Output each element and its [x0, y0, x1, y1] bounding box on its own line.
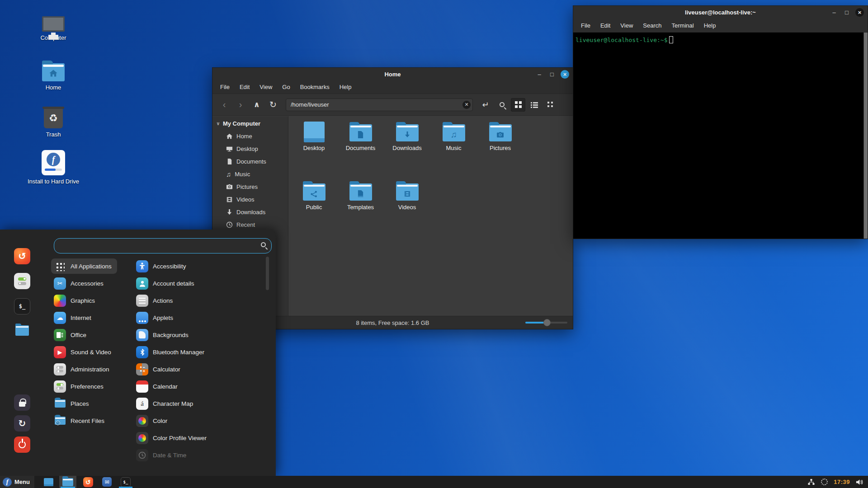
- terminal-menu-view[interactable]: View: [616, 20, 637, 31]
- app-color-profile-viewer[interactable]: Color Profile Viewer: [133, 430, 212, 446]
- category-accessories[interactable]: ✂ Accessories: [51, 276, 109, 291]
- terminal-titlebar[interactable]: liveuser@localhost-live:~ – □ ×: [573, 6, 868, 19]
- up-icon[interactable]: ∧: [250, 98, 264, 112]
- sidebar-item-music[interactable]: ♫ Music: [212, 168, 288, 180]
- minimize-button[interactable]: –: [830, 8, 838, 16]
- volume-speaker-icon[interactable]: [856, 479, 863, 486]
- app-applets[interactable]: Applets: [133, 310, 179, 325]
- compact-view-icon[interactable]: [543, 98, 558, 112]
- maximize-button[interactable]: □: [843, 8, 851, 16]
- category-sound-video[interactable]: ▶ Sound & Video: [51, 344, 117, 360]
- task-terminal[interactable]: $_: [118, 476, 134, 488]
- sidebar-item-documents[interactable]: Documents: [212, 155, 288, 168]
- fm-titlebar[interactable]: Home – □ ×: [212, 68, 573, 80]
- app-calculator[interactable]: Calculator: [133, 361, 186, 377]
- lock-screen-button[interactable]: [14, 394, 30, 411]
- desktop-icon-home[interactable]: Home: [26, 63, 80, 91]
- grid-view-icon[interactable]: [511, 98, 525, 112]
- close-button[interactable]: ×: [855, 8, 864, 17]
- terminal-menu-file[interactable]: File: [577, 20, 594, 31]
- fm-menu-edit[interactable]: Edit: [236, 82, 254, 92]
- fm-menu-bookmarks[interactable]: Bookmarks: [296, 82, 334, 92]
- icon-size-slider[interactable]: [525, 322, 567, 324]
- sidebar-group-my-computer[interactable]: ∨ My Computer: [212, 118, 288, 130]
- category-preferences[interactable]: Preferences: [51, 379, 109, 394]
- favorite-firefox[interactable]: ↺: [14, 248, 30, 264]
- jump-icon[interactable]: ↵: [478, 98, 493, 112]
- terminal-menubar: File Edit View Search Terminal Help: [573, 19, 868, 33]
- forward-icon[interactable]: ›: [233, 98, 248, 112]
- desktop-icon-trash[interactable]: ♻ Trash: [26, 108, 80, 138]
- taskbar-clock[interactable]: 17:39: [834, 479, 850, 485]
- category-office[interactable]: Office: [51, 327, 92, 343]
- search-input[interactable]: [54, 239, 271, 253]
- launcher-firefox[interactable]: ↺: [80, 476, 96, 488]
- folder-templates[interactable]: Templates: [337, 179, 384, 211]
- fm-menu-help[interactable]: Help: [335, 82, 356, 92]
- sidebar-item-recent[interactable]: Recent: [212, 218, 288, 231]
- fm-menu-view[interactable]: View: [255, 82, 276, 92]
- sidebar-item-downloads[interactable]: Downloads: [212, 206, 288, 218]
- folder-desktop[interactable]: Desktop: [291, 120, 337, 151]
- desktop-pager[interactable]: [41, 476, 57, 488]
- sidebar-item-home[interactable]: Home: [212, 130, 288, 142]
- desktop-icon-computer[interactable]: Computer: [26, 16, 80, 41]
- app-date-time[interactable]: Date & Time: [133, 447, 192, 463]
- app-accessibility[interactable]: Accessibility: [133, 258, 192, 274]
- app-character-map[interactable]: á Character Map: [133, 396, 198, 411]
- power-button[interactable]: [14, 436, 30, 453]
- folder-music[interactable]: ♫ Music: [430, 120, 477, 151]
- close-button[interactable]: ×: [561, 70, 569, 79]
- folder-downloads[interactable]: Downloads: [384, 120, 430, 151]
- fm-menu-file[interactable]: File: [216, 82, 234, 92]
- task-file-manager[interactable]: [59, 476, 76, 488]
- list-view-icon[interactable]: [527, 98, 542, 112]
- back-icon[interactable]: ‹: [217, 98, 231, 112]
- path-input[interactable]: [286, 99, 473, 111]
- app-bluetooth-manager[interactable]: Bluetooth Manager: [133, 344, 210, 360]
- menu-scrollbar[interactable]: [266, 257, 269, 290]
- folder-videos[interactable]: Videos: [384, 179, 430, 211]
- folder-documents[interactable]: Documents: [337, 120, 384, 151]
- reload-icon[interactable]: ↻: [266, 98, 280, 112]
- clear-path-icon[interactable]: ✕: [462, 101, 471, 109]
- launcher-mail[interactable]: ✉: [99, 476, 115, 488]
- category-places[interactable]: Places: [51, 396, 94, 411]
- terminal-menu-help[interactable]: Help: [700, 20, 720, 31]
- folder-public[interactable]: Public: [291, 179, 337, 211]
- minimize-button[interactable]: –: [535, 70, 543, 78]
- app-backgrounds[interactable]: Backgrounds: [133, 327, 194, 343]
- category-recent-files[interactable]: Recent Files: [51, 413, 110, 428]
- busy-spinner-icon[interactable]: [821, 479, 828, 485]
- terminal-screen[interactable]: liveuser@localhost-live:~$: [573, 33, 868, 239]
- category-internet[interactable]: ☁ Internet: [51, 310, 97, 325]
- favorite-file-manager[interactable]: [14, 322, 30, 338]
- sidebar-item-pictures[interactable]: Pictures: [212, 180, 288, 193]
- terminal-menu-edit[interactable]: Edit: [596, 20, 614, 31]
- music-note-icon: ♫: [226, 170, 231, 178]
- terminal-scrollbar[interactable]: [863, 33, 868, 239]
- search-icon[interactable]: [495, 98, 509, 112]
- app-account-details[interactable]: Account details: [133, 276, 200, 291]
- app-actions[interactable]: Actions: [133, 293, 178, 308]
- favorite-terminal[interactable]: $_: [14, 298, 30, 314]
- desktop-icon-install[interactable]: f Install to Hard Drive: [26, 150, 80, 185]
- terminal-menu-terminal[interactable]: Terminal: [668, 20, 698, 31]
- category-all-applications[interactable]: All Applications: [51, 258, 117, 274]
- sidebar-item-desktop[interactable]: Desktop: [212, 142, 288, 155]
- favorite-settings[interactable]: [14, 273, 30, 289]
- sidebar-item-videos[interactable]: Videos: [212, 193, 288, 206]
- app-color[interactable]: Color: [133, 413, 173, 428]
- logout-button[interactable]: ↻: [14, 415, 30, 432]
- category-graphics[interactable]: Graphics: [51, 293, 100, 308]
- fm-menu-go[interactable]: Go: [278, 82, 294, 92]
- terminal-menu-search[interactable]: Search: [639, 20, 665, 31]
- category-administration[interactable]: Administration: [51, 361, 115, 377]
- app-calendar[interactable]: Calendar: [133, 379, 183, 394]
- maximize-button[interactable]: □: [548, 70, 556, 78]
- logout-icon: ↻: [19, 418, 26, 429]
- menu-button[interactable]: f Menu: [0, 476, 34, 488]
- slider-knob[interactable]: [543, 319, 551, 326]
- network-nodes-icon[interactable]: [807, 479, 815, 486]
- folder-pictures[interactable]: Pictures: [477, 120, 524, 151]
